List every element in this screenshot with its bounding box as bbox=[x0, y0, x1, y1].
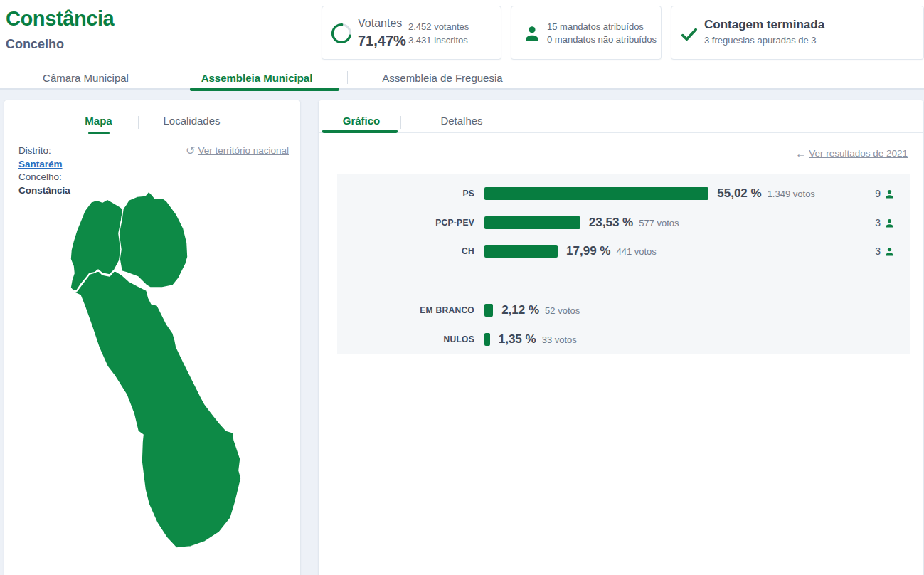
percent-value: 2,12 % bbox=[501, 303, 539, 317]
main-tab-bar: Câmara Municipal Assembleia Municipal As… bbox=[0, 68, 924, 90]
votes-value: 52 votos bbox=[545, 305, 580, 316]
mandates-count: 3 bbox=[875, 246, 881, 257]
check-icon bbox=[680, 25, 699, 43]
chart-row: CH 17,99 % 441 votos 3 bbox=[337, 245, 910, 258]
contagem-subtitle: 3 freguesias apuradas de 3 bbox=[704, 35, 817, 46]
mandates-badge: 3 bbox=[875, 216, 895, 229]
votantes-percent: 71,47% bbox=[358, 33, 406, 49]
party-label: EM BRANCO bbox=[346, 304, 474, 317]
national-territory-link[interactable]: ↺ Ver território nacional bbox=[186, 145, 289, 156]
results-bar-chart: PS 55,02 % 1.349 votos 9 PCP-PEV bbox=[337, 174, 910, 354]
mandatos-card: 15 mandatos atribuídos 0 mandatos não at… bbox=[511, 6, 662, 60]
votantes-label: Votantes bbox=[358, 17, 402, 30]
party-label: PCP-PEV bbox=[346, 216, 474, 229]
mandatos-details: 15 mandatos atribuídos 0 mandatos não at… bbox=[547, 21, 657, 46]
tab-assembleia-municipal[interactable]: Assembleia Municipal bbox=[166, 72, 347, 84]
tab-track bbox=[319, 132, 923, 133]
contagem-title: Contagem terminada bbox=[704, 18, 824, 32]
result-bar[interactable] bbox=[484, 304, 493, 317]
arrow-left-icon: ← bbox=[795, 147, 806, 159]
national-territory-label: Ver território nacional bbox=[198, 145, 289, 156]
results-panel: Gráfico Detalhes ← Ver resultados de 202… bbox=[318, 100, 924, 575]
votantes-details: 2.452 votantes 3.431 inscritos bbox=[408, 20, 469, 47]
tab-mapa-label: Mapa bbox=[85, 115, 112, 127]
tab-camara-municipal[interactable]: Câmara Municipal bbox=[6, 72, 166, 84]
content-area: Mapa Localidades Distrito: Santarém Conc… bbox=[0, 90, 924, 575]
result-bar[interactable] bbox=[484, 333, 490, 346]
inscritos-count: 3.431 inscritos bbox=[408, 33, 469, 47]
votes-value: 577 votos bbox=[639, 218, 679, 228]
results-2021-link[interactable]: ← Ver resultados de 2021 bbox=[795, 147, 908, 159]
votes-value: 33 votos bbox=[542, 334, 577, 345]
tab-assembleia-freguesia[interactable]: Assembleia de Freguesia bbox=[348, 72, 537, 84]
person-icon bbox=[523, 24, 541, 43]
tab-localidades[interactable]: Localidades bbox=[139, 115, 245, 127]
percent-value: 17,99 % bbox=[566, 244, 610, 258]
page-title: Constância bbox=[6, 7, 114, 31]
result-bar[interactable] bbox=[484, 187, 708, 200]
mandates-badge: 9 bbox=[875, 187, 895, 200]
freguesia-shape-south[interactable] bbox=[66, 270, 241, 548]
mandates-count: 9 bbox=[875, 188, 881, 199]
results-2021-label: Ver resultados de 2021 bbox=[809, 148, 908, 159]
votantes-count: 2.452 votantes bbox=[408, 20, 469, 33]
map-panel: Mapa Localidades Distrito: Santarém Conc… bbox=[4, 100, 301, 575]
party-label: CH bbox=[346, 245, 474, 258]
party-label: PS bbox=[346, 187, 474, 200]
freguesia-shape-northeast[interactable] bbox=[119, 191, 188, 288]
active-tab-indicator bbox=[190, 88, 339, 91]
page-header: Constância Concelho Votantes 71,47% 2.45… bbox=[0, 0, 924, 68]
percent-value: 1,35 % bbox=[499, 332, 536, 347]
tab-localidades-label: Localidades bbox=[163, 115, 220, 127]
district-link[interactable]: Santarém bbox=[18, 158, 70, 172]
chart-axis bbox=[484, 178, 484, 350]
concelho-label: Concelho: bbox=[18, 171, 70, 184]
votantes-card: Votantes 71,47% 2.452 votantes 3.431 ins… bbox=[322, 6, 501, 60]
chart-row: PS 55,02 % 1.349 votos 9 bbox=[337, 187, 910, 200]
mandatos-unassigned: 0 mandatos não atribuídos bbox=[547, 33, 657, 46]
election-results-page: Constância Concelho Votantes 71,47% 2.45… bbox=[0, 0, 924, 575]
active-tab-indicator bbox=[322, 130, 398, 133]
contagem-card: Contagem terminada 3 freguesias apuradas… bbox=[671, 6, 924, 60]
percent-value: 55,02 % bbox=[717, 186, 761, 201]
tab-detalhes[interactable]: Detalhes bbox=[401, 115, 522, 133]
undo-icon: ↺ bbox=[186, 146, 195, 156]
person-icon bbox=[884, 246, 895, 257]
chart-row: NULOS 1,35 % 33 votos bbox=[337, 333, 910, 346]
active-tab-indicator bbox=[88, 132, 110, 134]
mandates-badge: 3 bbox=[875, 245, 895, 258]
party-label: NULOS bbox=[346, 333, 474, 346]
mandates-count: 3 bbox=[875, 217, 881, 228]
result-bar[interactable] bbox=[484, 216, 580, 229]
chart-row: EM BRANCO 2,12 % 52 votos bbox=[337, 304, 910, 317]
card-divider bbox=[398, 18, 398, 49]
result-bar[interactable] bbox=[484, 245, 558, 258]
concelho-map bbox=[43, 186, 278, 575]
chart-row: PCP-PEV 23,53 % 577 votos 3 bbox=[337, 216, 910, 229]
person-icon bbox=[884, 218, 895, 228]
district-label: Distrito: bbox=[18, 144, 70, 158]
person-icon bbox=[884, 189, 895, 199]
percent-value: 23,53 % bbox=[589, 216, 633, 230]
votes-value: 1.349 votos bbox=[768, 189, 815, 199]
results-panel-tabs: Gráfico Detalhes bbox=[319, 115, 923, 133]
turnout-ring-icon bbox=[330, 22, 353, 45]
tab-mapa[interactable]: Mapa bbox=[60, 115, 138, 134]
votes-value: 441 votos bbox=[616, 246, 656, 257]
mandatos-assigned: 15 mandatos atribuídos bbox=[547, 21, 657, 33]
page-subtitle: Concelho bbox=[6, 37, 64, 52]
map-panel-tabs: Mapa Localidades bbox=[4, 115, 300, 134]
